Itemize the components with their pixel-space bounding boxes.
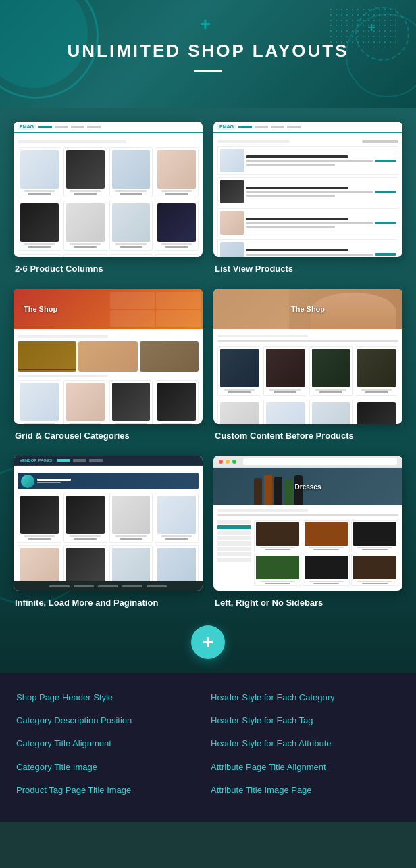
screenshot-frame-product-columns: EMAG	[14, 122, 203, 257]
product-card-1	[18, 147, 61, 197]
sc-content-1	[14, 136, 203, 257]
screenshots-grid: EMAG	[14, 122, 402, 612]
browser-bar-6	[213, 456, 402, 468]
screenshot-item-carousel: The Shop	[14, 289, 203, 445]
feature-category-title-image[interactable]: Category Title Image	[14, 756, 208, 779]
sc-hero-banner-3: The Shop	[14, 289, 203, 329]
screenshot-frame-list-view: EMAG	[213, 122, 402, 257]
sc-sidebar-layout	[217, 520, 398, 586]
sc-header-2: EMAG	[213, 122, 402, 133]
sc-nav-2	[238, 126, 301, 128]
screenshot-label-carousel: Grid & Carousel Categories	[14, 431, 203, 441]
sc-hero-banner-4: The Shop	[213, 289, 402, 329]
screenshot-item-pagination: VENDOR PAGES	[14, 456, 203, 612]
sc-header-5: VENDOR PAGES	[14, 456, 203, 466]
sc-content-3	[14, 332, 203, 424]
sc-main-area	[254, 520, 398, 586]
feature-category-description[interactable]: Category Description Position	[14, 709, 208, 732]
product-card-4	[155, 147, 199, 197]
feature-header-each-attribute[interactable]: Header Style for Each Attribute	[208, 732, 402, 755]
sc-content-4	[213, 332, 402, 424]
product-card-2	[63, 147, 107, 197]
plus-divider: +	[14, 612, 402, 673]
screenshot-label-product-columns: 2-6 Product Columns	[14, 264, 203, 274]
screenshot-label-pagination: Infinite, Load More and Pagination	[14, 598, 203, 608]
sc-nav-5	[57, 459, 103, 462]
feature-attribute-page-title-alignment[interactable]: Attribute Page Title Alignment	[208, 756, 402, 779]
feature-header-each-category[interactable]: Header Style for Each Category	[208, 686, 402, 709]
screenshot-label-sidebars: Left, Right or No Sidebars	[213, 598, 402, 608]
sc-logo-1: EMAG	[18, 124, 36, 130]
sc-hero-text-3: The Shop	[24, 305, 57, 313]
main-content: EMAG	[0, 108, 416, 673]
screenshot-frame-carousel: The Shop	[14, 289, 203, 424]
deco-plus-top: +	[200, 14, 211, 35]
sc-content-2	[213, 136, 402, 257]
features-grid: Shop Page Header Style Category Descript…	[14, 686, 402, 802]
deco-plus-right: +	[367, 20, 375, 36]
screenshot-frame-custom: The Shop	[213, 289, 402, 424]
screenshot-item-sidebars: Dresses	[213, 456, 402, 612]
sc-sidebar	[217, 520, 251, 586]
features-left-column: Shop Page Header Style Category Descript…	[14, 686, 208, 802]
screenshot-label-custom: Custom Content Before Products	[213, 431, 402, 441]
screenshot-label-list-view: List View Products	[213, 264, 402, 274]
sc-list-products	[217, 146, 398, 257]
sc-header-1: EMAG	[14, 122, 203, 133]
hero-title: UNLIMITED SHOP LAYOUTS	[14, 41, 402, 62]
hero-section: + + UNLIMITED SHOP LAYOUTS	[0, 0, 416, 108]
screenshot-item-product-columns: EMAG	[14, 122, 203, 278]
feature-product-tag-page[interactable]: Product Tag Page Title Image	[14, 779, 208, 802]
sc-nav-1	[38, 126, 101, 128]
sc-content-5: LOAD MORE	[14, 468, 203, 591]
hero-divider	[194, 70, 222, 72]
sc-footer	[14, 581, 203, 591]
features-section: Shop Page Header Style Category Descript…	[0, 673, 416, 822]
screenshot-frame-sidebars: Dresses	[213, 456, 402, 591]
feature-header-each-tag[interactable]: Header Style for Each Tag	[208, 709, 402, 732]
feature-shop-page-header[interactable]: Shop Page Header Style	[14, 686, 208, 709]
feature-attribute-title-image[interactable]: Attribute Title Image Page	[208, 779, 402, 802]
dresses-banner-text: Dresses	[295, 483, 321, 490]
sc-content-6	[213, 505, 402, 590]
product-card-3	[109, 147, 153, 197]
sc-products-grid-1	[18, 147, 199, 197]
sc-logo-5: VENDOR PAGES	[18, 458, 54, 463]
plus-button[interactable]: +	[191, 625, 225, 659]
sc-categories	[18, 341, 199, 372]
sc-logo-2: EMAG	[217, 124, 236, 130]
sc-hero-text-4: The Shop	[291, 305, 325, 313]
features-right-column: Header Style for Each Category Header St…	[208, 686, 402, 802]
feature-category-title-alignment[interactable]: Category Title Alignment	[14, 732, 208, 755]
screenshot-item-custom: The Shop	[213, 289, 402, 445]
screenshot-item-list-view: EMAG	[213, 122, 402, 278]
screenshot-frame-pagination: VENDOR PAGES	[14, 456, 203, 591]
